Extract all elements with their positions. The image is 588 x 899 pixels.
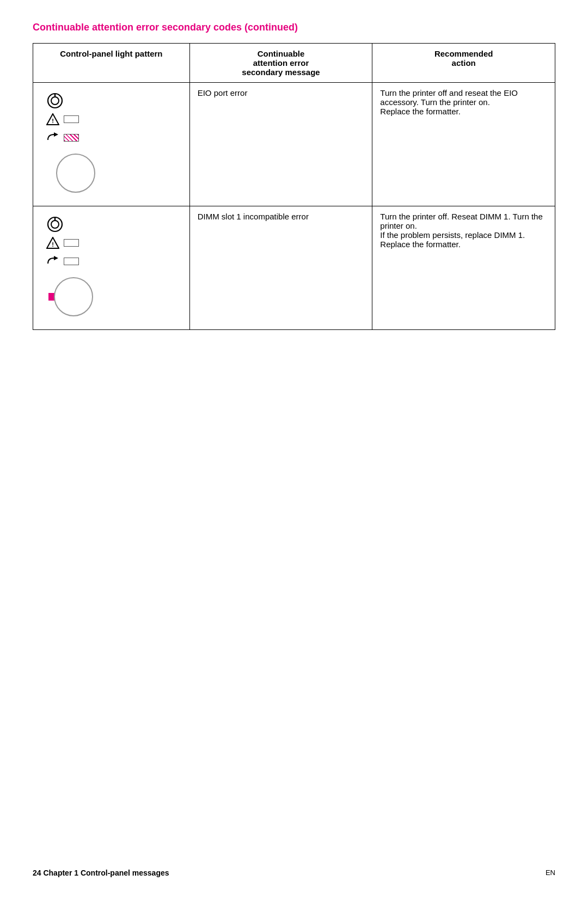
table-row: ! [33, 83, 555, 206]
power-icon [46, 216, 64, 233]
header-secondary-message: Continuable attention error secondary me… [189, 44, 372, 83]
header-recommended-action: Recommended action [372, 44, 555, 83]
ready-icon [46, 256, 59, 267]
header-light-pattern: Control-panel light pattern [33, 44, 190, 83]
svg-point-1 [51, 97, 59, 105]
table-row: ! [33, 206, 555, 330]
svg-marker-5 [54, 132, 58, 137]
page-footer: 24 Chapter 1 Control-panel messages EN [33, 869, 555, 877]
error-codes-table: Control-panel light pattern Continuable … [33, 43, 555, 330]
recommended-action-cell-1: Turn the printer off and reseat the EIO … [372, 83, 555, 206]
warning-indicator-solid [64, 115, 79, 123]
footer-chapter: 24 Chapter 1 Control-panel messages [33, 869, 169, 877]
svg-marker-11 [54, 256, 58, 260]
light-pattern-cell-1: ! [33, 83, 190, 206]
ready-indicator-solid-2 [64, 258, 79, 265]
light-pattern-cell-2: ! [33, 206, 190, 330]
svg-text:!: ! [52, 118, 54, 124]
secondary-message-cell-2: DIMM slot 1 incompatible error [189, 206, 372, 330]
footer-lang: EN [546, 869, 555, 877]
page-title: Continuable attention error secondary co… [33, 22, 555, 33]
big-circle-1 [56, 154, 95, 193]
big-circle-2 [54, 277, 93, 316]
ready-indicator-hatched [64, 134, 79, 142]
svg-point-7 [51, 221, 59, 228]
recommended-action-cell-2: Turn the printer off. Reseat DIMM 1. Tur… [372, 206, 555, 330]
svg-text:!: ! [52, 241, 54, 248]
warning-indicator-solid-2 [64, 239, 79, 247]
warning-icon: ! [46, 237, 59, 249]
warning-icon: ! [46, 113, 59, 125]
power-icon [46, 92, 64, 109]
secondary-message-cell-1: EIO port error [189, 83, 372, 206]
ready-icon [46, 132, 59, 143]
